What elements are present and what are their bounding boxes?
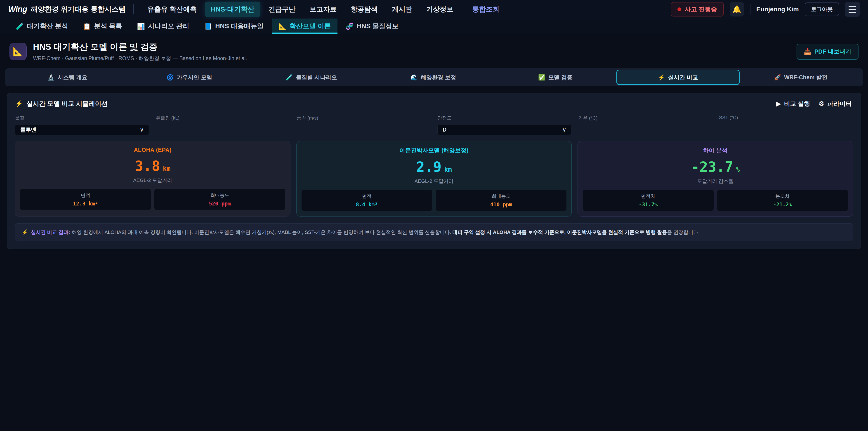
subnav-hns-manual[interactable]: 📘 HNS 대응매뉴얼 <box>197 19 270 34</box>
simulation-controls: 물질 톨루엔 ∨ 유출량 (kL) 풍속 (m/s) 안정도 D ∨ <box>15 115 853 135</box>
notice-body: 해양 환경에서 ALOHA의 과대 예측 경향이 확인됩니다. 이문진박사모델은… <box>72 229 453 235</box>
chevron-down-icon: ∨ <box>562 127 566 133</box>
chevron-down-icon: ∨ <box>140 127 144 133</box>
bell-icon: 🔔 <box>733 5 741 13</box>
card-caption: AEGL-2 도달거리 <box>20 177 285 184</box>
stat-max-concentration: 최대농도 410 ppm <box>436 190 566 211</box>
top-menu: 유출유 확산예측 HNS·대기확산 긴급구난 보고자료 항공탐색 게시판 기상정… <box>142 2 505 17</box>
card-stats: 면적 12.3 km² 최대농도 520 ppm <box>20 189 285 210</box>
card-aloha: ALOHA (EPA) 3.8km AEGL-2 도달거리 면적 12.3 km… <box>15 141 290 217</box>
test-tube-icon: 🧪 <box>16 23 24 30</box>
nav-item-hns-air[interactable]: HNS·대기확산 <box>205 2 260 17</box>
air-temp-input[interactable] <box>578 124 712 135</box>
nav-item-integrated-search[interactable]: 통합조회 <box>465 2 505 17</box>
tab-realtime-comparison[interactable]: ⚡ 실시간 비교 <box>616 70 740 85</box>
lightning-icon: ⚡ <box>658 74 665 81</box>
card-title: 이문진박사모델 (해양보정) <box>302 147 567 154</box>
parameters-button[interactable]: ⚙ 파라미터 <box>817 99 853 108</box>
subnav-diffusion-theory[interactable]: 📐 확산모델 이론 <box>272 19 338 34</box>
nav-item-board[interactable]: 게시판 <box>386 2 418 17</box>
brand-logo[interactable]: Wing 해양환경 위기대응 통합시스템 <box>8 4 126 14</box>
triangle-ruler-icon: 📐 <box>278 23 286 30</box>
card-title: ALOHA (EPA) <box>20 147 285 153</box>
nav-item-emergency-rescue[interactable]: 긴급구난 <box>263 2 302 17</box>
book-icon: 📘 <box>204 23 212 30</box>
card-caption: 도달거리 감소율 <box>583 178 848 185</box>
stability-label: 안정도 <box>437 115 571 121</box>
notice-lead: 실시간 비교 결과: <box>31 229 70 235</box>
test-tube-icon: 🧪 <box>286 74 293 81</box>
sst-control: SST (°C) <box>719 115 853 135</box>
lightning-icon: ⚡ <box>15 100 23 107</box>
microscope-icon: 🔬 <box>47 74 54 81</box>
stat-area: 면적 8.4 km² <box>302 190 432 211</box>
tab-wrf-chem[interactable]: 🚀 WRF-Chem 발전 <box>740 70 862 85</box>
run-comparison-button[interactable]: ▶ 비교 실행 <box>775 99 811 108</box>
result-cards: ALOHA (EPA) 3.8km AEGL-2 도달거리 면적 12.3 km… <box>15 141 853 217</box>
subnav-analysis-list[interactable]: 📋 분석 목록 <box>76 19 129 34</box>
wind-speed-label: 풍속 (m/s) <box>297 115 431 121</box>
user-name: Eunjeong Kim <box>756 6 799 13</box>
nav-item-oil-diffusion[interactable]: 유출유 확산예측 <box>142 2 203 17</box>
spill-amount-label: 유출량 (kL) <box>156 115 290 121</box>
page-icon: 📐 <box>9 43 27 60</box>
notifications-button[interactable]: 🔔 <box>730 2 744 17</box>
notice-tail: 을 권장합니다. <box>667 229 700 235</box>
card-title: 차이 분석 <box>583 147 848 154</box>
pdf-export-button[interactable]: 📥 PDF 내보내기 <box>797 43 859 60</box>
card-stats: 면적차 -31.7% 농도차 -21.2% <box>583 190 848 211</box>
wind-speed-input[interactable] <box>297 124 431 135</box>
subnav-air-analysis[interactable]: 🧪 대기확산 분석 <box>9 19 75 34</box>
realtime-comparison-panel: ⚡ 실시간 모델 비교 시뮬레이션 ▶ 비교 실행 ⚙ 파라미터 물질 톨루엔 <box>7 93 861 249</box>
tab-substance-scenarios[interactable]: 🧪 물질별 시나리오 <box>250 70 372 85</box>
panel-actions: ▶ 비교 실행 ⚙ 파라미터 <box>775 99 853 108</box>
air-temp-label: 기온 (°C) <box>578 115 712 121</box>
card-main-value: 2.9km <box>302 159 567 175</box>
stat-area: 면적 12.3 km² <box>20 189 151 210</box>
hamburger-icon <box>848 6 856 7</box>
play-icon: ▶ <box>776 100 781 107</box>
incident-status-badge[interactable]: 사고 진행중 <box>671 2 724 17</box>
topnav-divider <box>750 4 750 14</box>
nav-item-reports[interactable]: 보고자료 <box>304 2 343 17</box>
status-dot-icon <box>677 7 681 11</box>
subnav-scenario-management[interactable]: 📊 시나리오 관리 <box>130 19 196 34</box>
page-subtitle: WRF-Chem · Gaussian Plume/Puff · ROMS · … <box>33 55 247 62</box>
cyclone-icon: 🌀 <box>166 74 174 81</box>
stat-concentration-diff: 농도차 -21.2% <box>717 190 848 211</box>
wave-icon: 🌊 <box>410 74 417 81</box>
sub-nav: 🧪 대기확산 분석 📋 분석 목록 📊 시나리오 관리 📘 HNS 대응매뉴얼 … <box>0 19 868 34</box>
dna-icon: 🧬 <box>346 23 353 30</box>
notice-emphasis: 대피 구역 설정 시 ALOHA 결과를 보수적 기준으로, 이문진박사모델을 … <box>453 229 667 235</box>
top-nav-right: 사고 진행중 🔔 Eunjeong Kim 로그아웃 <box>671 2 860 17</box>
sst-input[interactable] <box>719 123 853 134</box>
card-main-value: 3.8km <box>20 158 285 174</box>
gear-icon: ⚙ <box>819 100 824 107</box>
tab-gaussian-model[interactable]: 🌀 가우시안 모델 <box>128 70 250 85</box>
comparison-result-notice: ⚡실시간 비교 결과:해양 환경에서 ALOHA의 과대 예측 경향이 확인됩니… <box>15 223 853 241</box>
check-icon: ✅ <box>538 74 545 81</box>
sst-label: SST (°C) <box>719 115 853 120</box>
subnav-hns-substance-info[interactable]: 🧬 HNS 물질정보 <box>339 19 405 34</box>
substance-label: 물질 <box>15 115 149 121</box>
menu-button[interactable] <box>845 2 860 17</box>
stability-select[interactable]: D ∨ <box>437 124 571 135</box>
card-moonjin-model: 이문진박사모델 (해양보정) 2.9km AEGL-2 도달거리 면적 8.4 … <box>296 141 572 217</box>
substance-select[interactable]: 톨루엔 ∨ <box>15 124 149 135</box>
nav-item-weather[interactable]: 기상정보 <box>421 2 459 17</box>
logout-button[interactable]: 로그아웃 <box>805 2 839 16</box>
spill-amount-input[interactable] <box>156 124 290 135</box>
bar-chart-icon: 📊 <box>137 23 145 30</box>
lightning-icon: ⚡ <box>22 229 28 235</box>
tab-system-overview[interactable]: 🔬 시스템 개요 <box>6 70 128 85</box>
tab-marine-correction[interactable]: 🌊 해양환경 보정 <box>372 70 494 85</box>
substance-control: 물질 톨루엔 ∨ <box>15 115 149 135</box>
brand-divider <box>133 4 134 14</box>
top-nav: Wing 해양환경 위기대응 통합시스템 유출유 확산예측 HNS·대기확산 긴… <box>0 0 868 19</box>
nav-item-aerial-search[interactable]: 항공탐색 <box>345 2 384 17</box>
page-title: HNS 대기확산 모델 이론 및 검증 <box>33 41 247 53</box>
triangle-ruler-icon: 📐 <box>13 47 23 57</box>
download-icon: 📥 <box>804 48 811 55</box>
clipboard-icon: 📋 <box>83 23 91 30</box>
tab-model-validation[interactable]: ✅ 모델 검증 <box>494 70 616 85</box>
